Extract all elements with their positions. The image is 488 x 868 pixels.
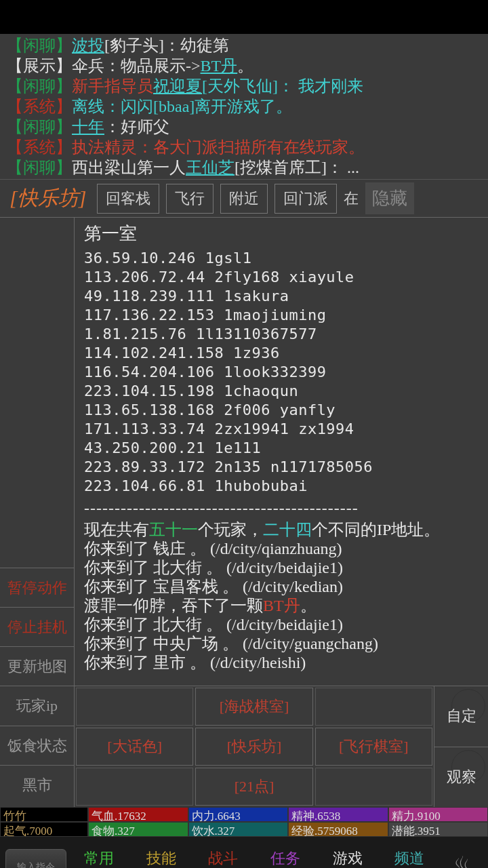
room-grid: 玩家ip 饭食状态 黑市 [海战棋室] [大话色] [快乐坊] [飞行棋室] [… — [0, 686, 488, 807]
room-sea-chess[interactable]: [海战棋室] — [195, 688, 312, 726]
food-status-button[interactable]: 饭食状态 — [0, 726, 74, 765]
ip-entry: 223.104.66.81 1hubobubai — [84, 477, 479, 496]
menu-combat[interactable]: 战斗相关 — [193, 850, 253, 868]
ip-entry: 223.89.33.172 2n135 n1171785056 — [84, 458, 479, 477]
food-bar: 食物.327 — [88, 822, 188, 837]
ip-entry: 117.136.22.153 1maojiuming — [84, 306, 479, 325]
bottom-bar: 输入指令 常用指令 技能相关 战斗相关 任务相关 游戏指南 频道交流 ♨ — [0, 837, 488, 868]
spirit-bar: 精神.6538 — [288, 807, 388, 822]
pause-action-button[interactable]: 暂停动作 — [0, 568, 74, 607]
water-bar: 饮水.327 — [188, 822, 289, 837]
exp-bar: 经验.5759068 — [288, 822, 388, 837]
room-empty — [76, 688, 193, 726]
side-column: 暂停动作 停止挂机 更新地图 — [0, 218, 75, 686]
move-line: 渡罪一仰脖，吞下了一颗BT丹。 — [84, 596, 479, 615]
tea-icon[interactable]: ♨ — [442, 850, 483, 868]
ip-entry: 113.65.138.168 2f006 yanfly — [84, 401, 479, 420]
energy-bar: 精力.9100 — [388, 807, 489, 822]
nearby-button[interactable]: 附近 — [220, 184, 268, 214]
hp-bar: 气血.17632 — [88, 807, 188, 822]
stop-afk-button[interactable]: 停止挂机 — [0, 607, 74, 646]
back-inn-button[interactable]: 回客栈 — [97, 184, 159, 214]
chat-log: 【闲聊】波投[豹子头]：幼徒第【展示】伞兵：物品展示->BT丹。【闲聊】新手指导… — [0, 34, 488, 179]
ip-entry: 223.104.15.198 1chaoqun — [84, 382, 479, 401]
room-empty — [315, 688, 432, 726]
potential-bar: 潜能.3951 — [388, 822, 489, 837]
at-label: 在 — [344, 189, 359, 209]
ip-entry: 116.54.204.106 1look332399 — [84, 363, 479, 382]
ip-entry: 49.118.239.111 1sakura — [84, 287, 479, 306]
hide-button[interactable]: 隐藏 — [365, 182, 414, 214]
ip-entry: 114.102.241.158 1z936 — [84, 344, 479, 363]
player-ip-button[interactable]: 玩家ip — [0, 686, 74, 726]
move-line: 你来到了 宝昌客栈 。 (/d/city/kedian) — [84, 577, 479, 596]
ip-entry: 1.81.215.76 1l13110367577 — [84, 325, 479, 344]
stat-bars: 竹竹 气血.17632 内力.6643 精神.6538 精力.9100 起气.7… — [0, 807, 488, 837]
menu-guide[interactable]: 游戏指南 — [318, 850, 378, 868]
separator: ----------------------------------------… — [84, 498, 479, 517]
player-summary: 现在共有五十一个玩家，二十四个不同的IP地址。 — [84, 520, 479, 539]
ip-entry: 171.113.33.74 2zx19941 zx1994 — [84, 420, 479, 439]
back-sect-button[interactable]: 回门派 — [274, 184, 337, 214]
room-empty — [76, 768, 193, 806]
room-fly-chess[interactable]: [飞行棋室] — [315, 728, 432, 766]
room-title: 第一室 — [84, 224, 479, 243]
observe-button[interactable]: 观察 — [434, 747, 488, 808]
room-dahua[interactable]: [大话色] — [76, 728, 193, 766]
mp-bar: 内力.6643 — [188, 807, 289, 822]
ip-entry: 43.250.200.21 1e111 — [84, 439, 479, 458]
custom-button[interactable]: 自定 — [434, 686, 488, 747]
black-market-button[interactable]: 黑市 — [0, 765, 74, 804]
fly-button[interactable]: 飞行 — [166, 184, 214, 214]
ip-entry: 36.59.10.246 1gsl1 — [84, 249, 479, 268]
move-line: 你来到了 钱庄 。 (/d/city/qianzhuang) — [84, 539, 479, 558]
move-line: 你来到了 中央广场 。 (/d/city/guangchang) — [84, 634, 479, 653]
move-line: 你来到了 北大街 。 (/d/city/beidajie1) — [84, 615, 479, 634]
move-line: 你来到了 北大街 。 (/d/city/beidajie1) — [84, 558, 479, 577]
ip-entry: 113.206.72.44 2fly168 xiayule — [84, 268, 479, 287]
room-empty — [315, 768, 432, 806]
char-name: 竹竹 — [0, 807, 88, 822]
room-21[interactable]: [21点] — [195, 768, 312, 806]
menu-channel[interactable]: 频道交流 — [380, 850, 439, 868]
current-location: [快乐坊] — [5, 184, 90, 212]
update-map-button[interactable]: 更新地图 — [0, 646, 74, 686]
menu-skill[interactable]: 技能相关 — [131, 850, 191, 868]
log-panel: 第一室 36.59.10.246 1gsl1113.206.72.44 2fly… — [75, 218, 488, 686]
menu-quest[interactable]: 任务相关 — [256, 850, 315, 868]
input-command-button[interactable]: 输入指令 — [5, 849, 66, 868]
room-happy[interactable]: [快乐坊] — [195, 728, 312, 766]
qi-stat: 起气.7000 — [0, 822, 88, 837]
menu-common[interactable]: 常用指令 — [69, 850, 129, 868]
status-bar — [0, 0, 488, 34]
nav-bar: [快乐坊] 回客栈 飞行 附近 回门派 在 隐藏 — [0, 179, 488, 217]
move-line: 你来到了 里市 。 (/d/city/heishi) — [84, 653, 479, 672]
